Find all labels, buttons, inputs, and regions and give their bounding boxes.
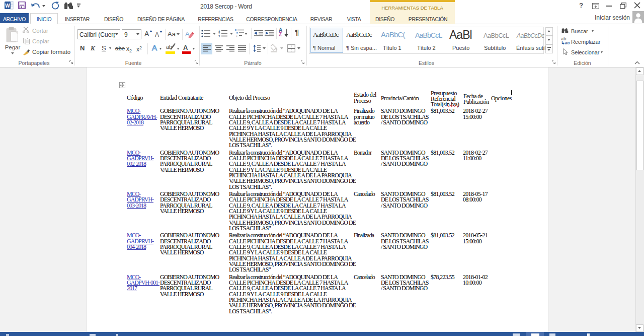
svg-text:i: i bbox=[236, 35, 237, 38]
svg-text:3: 3 bbox=[218, 35, 220, 38]
svg-text:W: W bbox=[5, 3, 10, 9]
